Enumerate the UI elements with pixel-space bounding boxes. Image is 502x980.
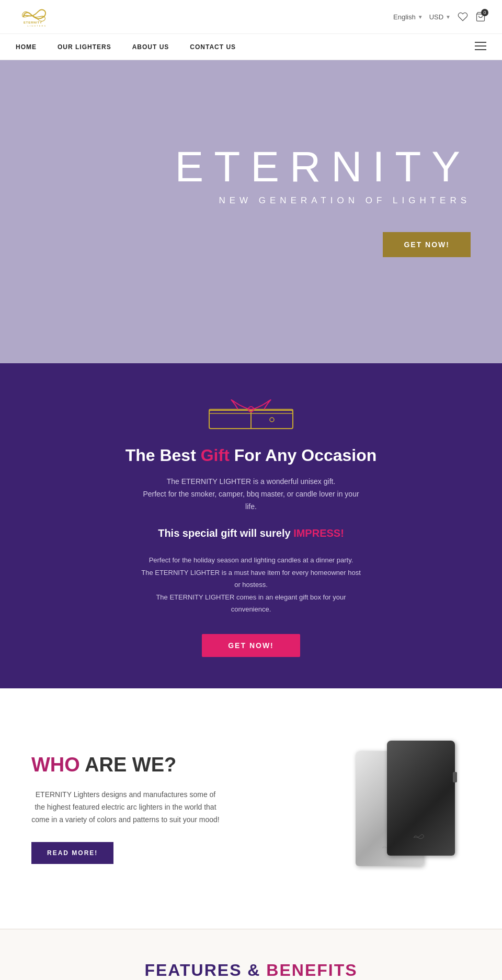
hero-section: ETERNITY NEW GENERATION OF LIGHTERS GET … bbox=[0, 60, 502, 363]
who-title-highlight: WHO bbox=[31, 754, 80, 776]
nav-item-our-lighters[interactable]: OUR LIGHTERS bbox=[58, 43, 111, 51]
hamburger-menu[interactable] bbox=[475, 41, 486, 53]
main-nav: HOME OUR LIGHTERS ABOUT US CONTACT US bbox=[0, 34, 502, 60]
gift-desc1-line1: The ETERNITY LIGHTER is a wonderful unis… bbox=[167, 477, 336, 486]
language-selector[interactable]: English ▼ bbox=[393, 13, 423, 21]
gift-title-highlight: Gift bbox=[201, 446, 230, 465]
hero-subtitle: NEW GENERATION OF LIGHTERS bbox=[219, 195, 471, 206]
language-dropdown-arrow: ▼ bbox=[418, 14, 423, 20]
currency-dropdown-arrow: ▼ bbox=[446, 14, 451, 20]
who-desc: ETERNITY Lighters designs and manufactur… bbox=[31, 789, 220, 826]
who-title: WHO ARE WE? bbox=[31, 754, 220, 776]
gift-desc2-line1: Perfect for the holiday season and light… bbox=[149, 556, 353, 564]
header-controls: English ▼ USD ▼ 0 bbox=[393, 11, 486, 22]
features-title: FEATURES & BENEFITS bbox=[31, 961, 471, 980]
cart-button[interactable]: 0 bbox=[475, 11, 486, 22]
gift-desc2-line3: The ETERNITY LIGHTER comes in an elegant… bbox=[156, 593, 346, 613]
lighter-image bbox=[356, 741, 460, 877]
gift-impress-prefix: This special gift will surely bbox=[158, 527, 293, 539]
gift-impress: This special gift will surely IMPRESS! bbox=[158, 527, 344, 539]
gift-title-end: For Any Occasion bbox=[230, 446, 377, 465]
nav-right bbox=[475, 41, 486, 53]
features-section: FEATURES & BENEFITS bbox=[0, 929, 502, 980]
features-title-highlight: BENEFITS bbox=[266, 961, 357, 979]
gift-desc2: Perfect for the holiday season and light… bbox=[141, 554, 361, 615]
nav-items: HOME OUR LIGHTERS ABOUT US CONTACT US bbox=[16, 43, 475, 51]
who-left: WHO ARE WE? ETERNITY Lighters designs an… bbox=[31, 754, 220, 863]
gift-impress-word: IMPRESS! bbox=[293, 527, 344, 539]
gift-section: The Best Gift For Any Occasion The ETERN… bbox=[0, 363, 502, 688]
svg-point-10 bbox=[270, 418, 274, 422]
site-header: ETERNITY LIGHTERS English ▼ USD ▼ 0 bbox=[0, 0, 502, 34]
language-label: English bbox=[393, 13, 416, 21]
hero-cta-button[interactable]: GET NOW! bbox=[383, 232, 471, 257]
gift-desc2-line2: The ETERNITY LIGHTER is a must have item… bbox=[141, 569, 361, 589]
who-title-rest: ARE WE? bbox=[80, 754, 176, 776]
gift-title: The Best Gift For Any Occasion bbox=[126, 446, 377, 465]
lighter-dark bbox=[387, 741, 455, 856]
gift-icon bbox=[199, 395, 303, 433]
nav-item-home[interactable]: HOME bbox=[16, 43, 37, 51]
who-section: WHO ARE WE? ETERNITY Lighters designs an… bbox=[0, 688, 502, 929]
logo[interactable]: ETERNITY LIGHTERS bbox=[16, 5, 63, 29]
gift-desc1-line2: Perfect for the smoker, camper, bbq mast… bbox=[143, 490, 359, 511]
currency-label: USD bbox=[429, 13, 443, 21]
who-cta-button[interactable]: READ MORE! bbox=[31, 842, 113, 864]
gift-title-normal: The Best bbox=[126, 446, 201, 465]
features-title-normal: FEATURES & bbox=[144, 961, 266, 979]
nav-item-contact-us[interactable]: CONTACT US bbox=[190, 43, 236, 51]
svg-text:LIGHTERS: LIGHTERS bbox=[28, 25, 47, 27]
nav-item-about-us[interactable]: ABOUT US bbox=[132, 43, 169, 51]
svg-text:ETERNITY: ETERNITY bbox=[24, 20, 42, 24]
currency-selector[interactable]: USD ▼ bbox=[429, 13, 451, 21]
cart-count: 0 bbox=[481, 9, 488, 16]
wishlist-button[interactable] bbox=[457, 11, 469, 22]
hero-title: ETERNITY bbox=[175, 145, 471, 188]
gift-desc1: The ETERNITY LIGHTER is a wonderful unis… bbox=[141, 476, 361, 513]
gift-cta-button[interactable]: GET NOW! bbox=[202, 634, 300, 657]
who-right bbox=[345, 741, 471, 877]
